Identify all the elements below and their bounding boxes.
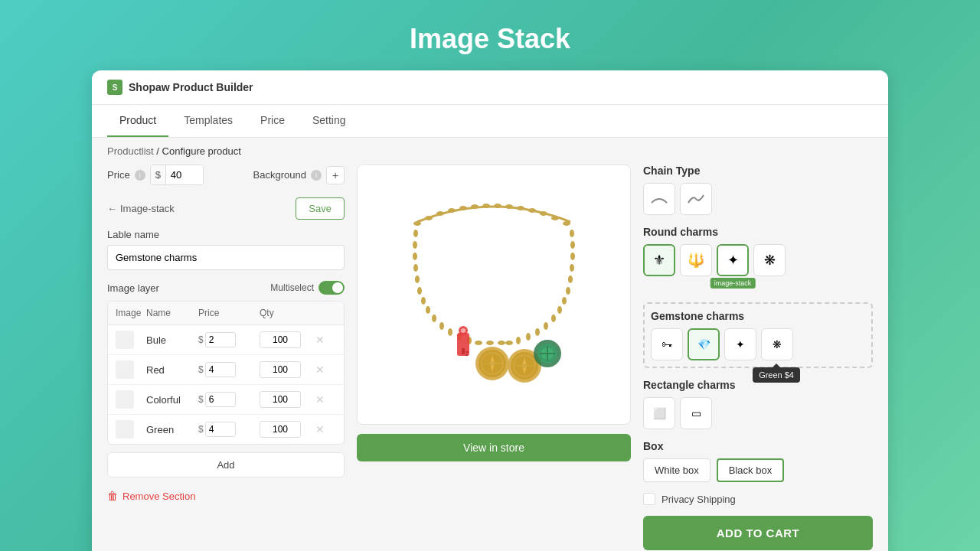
- row-remove-3[interactable]: ✕: [313, 422, 327, 436]
- white-box-button[interactable]: White box: [643, 458, 710, 482]
- row-qty-2: [260, 391, 313, 408]
- table-row: Green $ ✕: [108, 415, 344, 444]
- gemstone-charms-grid: 🗝 💎 ✦ ❋ Green $4: [651, 328, 865, 360]
- add-to-cart-button[interactable]: ADD TO CART: [643, 516, 873, 550]
- row-image-0: [116, 331, 134, 349]
- chain-type-2[interactable]: [680, 183, 712, 215]
- row-price-2: $: [198, 392, 260, 407]
- gemstone-charm-2[interactable]: 💎: [688, 328, 720, 360]
- view-in-store-button[interactable]: View in store: [357, 434, 631, 461]
- svg-point-41: [486, 341, 494, 345]
- row-image-2: [116, 390, 134, 409]
- svg-point-16: [413, 253, 417, 260]
- price-bg-row: Price i $ Background i +: [107, 165, 345, 185]
- row-qty-input-0[interactable]: [260, 331, 301, 348]
- rectangle-charm-2[interactable]: ▭: [680, 397, 712, 429]
- row-remove-0[interactable]: ✕: [313, 333, 327, 347]
- round-charm-3[interactable]: ✦ image-stack: [717, 244, 749, 276]
- row-price-0: $: [198, 332, 260, 347]
- price-input[interactable]: [166, 165, 203, 184]
- breadcrumb-current: Configure product: [162, 145, 241, 157]
- add-row-button[interactable]: Add: [107, 452, 345, 478]
- price-info-icon[interactable]: i: [135, 170, 145, 181]
- black-box-button[interactable]: Black box: [717, 458, 784, 482]
- round-charm-1[interactable]: ⚜: [643, 244, 675, 276]
- save-button[interactable]: Save: [296, 197, 345, 220]
- row-name-1: Red: [146, 364, 198, 376]
- round-charms-title: Round charms: [643, 226, 873, 238]
- row-price-input-3[interactable]: [205, 422, 236, 437]
- gemstone-charm-1[interactable]: 🗝: [651, 328, 683, 360]
- svg-point-19: [417, 287, 422, 295]
- svg-point-33: [562, 297, 567, 305]
- table-row: Red $ ✕: [108, 355, 344, 385]
- box-title: Box: [643, 440, 873, 452]
- svg-point-17: [413, 264, 418, 272]
- right-panel: Chain Type Round charms: [643, 165, 873, 550]
- row-price-1: $: [198, 362, 260, 377]
- round-charm-4[interactable]: ❋: [753, 244, 786, 276]
- row-qty-0: [260, 331, 313, 348]
- row-qty-input-3[interactable]: [260, 421, 301, 438]
- row-name-0: Bule: [146, 334, 198, 346]
- rectangle-charms-grid: ⬜ ▭: [643, 397, 873, 429]
- svg-point-63: [522, 364, 527, 368]
- table-row: Bule $ ✕: [108, 325, 344, 355]
- svg-point-14: [413, 230, 418, 237]
- tab-setting[interactable]: Setting: [300, 105, 358, 137]
- image-stack-badge: image-stack: [710, 278, 756, 289]
- tab-templates[interactable]: Templates: [172, 105, 245, 137]
- nav-tabs: Product Templates Price Setting: [92, 105, 888, 138]
- round-charms-grid: ⚜ 🔱 ✦ image-stack ❋: [643, 244, 873, 292]
- center-panel: View in store: [357, 165, 631, 550]
- gemstone-charm-4[interactable]: ❋ Green $4: [761, 328, 793, 360]
- svg-point-9: [517, 206, 524, 210]
- row-price-input-2[interactable]: [205, 392, 236, 407]
- bg-info-icon[interactable]: i: [311, 170, 322, 181]
- charm-tooltip: Green $4: [753, 367, 800, 383]
- table-row: Colorful $ ✕: [108, 385, 344, 415]
- svg-point-13: [563, 221, 570, 226]
- row-remove-1[interactable]: ✕: [313, 363, 327, 377]
- svg-point-2: [436, 211, 444, 216]
- gemstone-charm-3[interactable]: ✦: [724, 328, 756, 360]
- svg-point-10: [528, 208, 536, 213]
- chain-type-grid: [643, 183, 873, 215]
- svg-point-18: [415, 276, 420, 283]
- back-button[interactable]: ← Image-stack: [107, 203, 175, 214]
- multiselect-label: Multiselect: [270, 282, 314, 293]
- row-remove-2[interactable]: ✕: [313, 393, 327, 406]
- svg-point-5: [471, 204, 479, 209]
- table-header: Image Name Price Qty: [108, 302, 344, 325]
- svg-point-32: [566, 287, 570, 295]
- privacy-checkbox[interactable]: [643, 493, 655, 505]
- row-price-input-0[interactable]: [205, 332, 236, 347]
- svg-point-12: [551, 216, 559, 220]
- round-charm-2[interactable]: 🔱: [680, 244, 712, 276]
- chain-type-section: Chain Type: [643, 165, 873, 215]
- row-qty-input-1[interactable]: [260, 361, 301, 378]
- svg-point-6: [482, 204, 490, 208]
- svg-point-56: [490, 361, 495, 366]
- row-price-input-1[interactable]: [205, 362, 236, 377]
- tab-product[interactable]: Product: [107, 105, 168, 137]
- tab-price[interactable]: Price: [248, 105, 297, 137]
- chain-type-1[interactable]: [643, 183, 675, 215]
- svg-point-21: [426, 306, 430, 314]
- svg-point-3: [448, 208, 456, 213]
- label-name-input[interactable]: [107, 245, 345, 270]
- row-qty-input-2[interactable]: [260, 391, 301, 408]
- app-header: S Shopaw Product Builder: [92, 70, 888, 105]
- bg-add-button[interactable]: +: [326, 166, 345, 184]
- multiselect-toggle[interactable]: [318, 281, 345, 295]
- rectangle-charm-1[interactable]: ⬜: [643, 397, 675, 429]
- svg-point-4: [459, 206, 467, 210]
- breadcrumb-parent[interactable]: Productlist: [107, 145, 154, 157]
- th-qty: Qty: [260, 308, 313, 318]
- svg-point-31: [568, 276, 573, 283]
- section-header: ← Image-stack Save: [107, 197, 345, 220]
- trash-icon: 🗑: [107, 490, 118, 502]
- image-layer-label: Image layer: [107, 282, 159, 294]
- remove-section-button[interactable]: 🗑 Remove Section: [107, 490, 195, 502]
- label-section: Lable name: [107, 229, 345, 270]
